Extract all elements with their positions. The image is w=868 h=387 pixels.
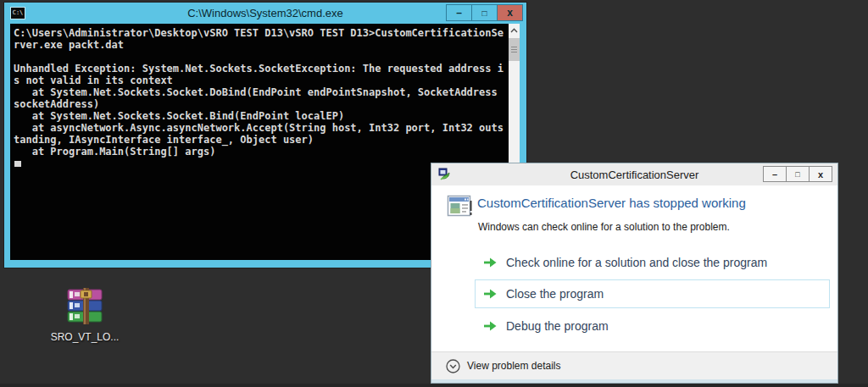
green-arrow-icon: [483, 257, 497, 268]
cmd-prompt-icon: C:\: [10, 7, 25, 19]
dialog-maximize-button[interactable]: □: [786, 166, 810, 182]
scrollbar-grip-icon: [511, 47, 517, 53]
desktop-shortcut-sro-archive[interactable]: SRO_VT_LO...: [42, 288, 127, 343]
scrollbar-thumb[interactable]: [509, 38, 520, 61]
desktop-bottom-edge: [0, 384, 868, 387]
console-output: C:\Users\Administrator\Desktop\vSRO TEST…: [14, 27, 504, 158]
green-arrow-icon: [483, 321, 497, 331]
view-problem-details-toggle[interactable]: View problem details: [431, 351, 837, 379]
maximize-icon: □: [795, 170, 799, 179]
green-arrow-icon: [483, 289, 497, 299]
cmd-minimize-button[interactable]: –: [446, 4, 472, 21]
cmd-maximize-button[interactable]: □: [471, 4, 498, 21]
dialog-content: CustomCertificationServer has stopped wo…: [431, 185, 837, 351]
cmd-window-controls: – □ x: [447, 4, 523, 21]
option-close-program[interactable]: Close the program: [483, 284, 604, 304]
dialog-window-controls: – □ x: [764, 166, 832, 182]
desktop: C:\ C:\Windows\System32\cmd.exe – □ x C:…: [0, 0, 868, 387]
application-icon: [438, 168, 452, 181]
dialog-bottom-border: [431, 379, 837, 383]
chevron-down-circle-icon: [446, 359, 460, 373]
footer-label: View problem details: [467, 360, 561, 372]
close-icon: x: [507, 7, 513, 19]
crash-message-subtext: Windows can check online for a solution …: [478, 221, 730, 233]
winrar-archive-icon: [65, 288, 104, 325]
cmd-titlebar[interactable]: C:\ C:\Windows\System32\cmd.exe – □ x: [4, 3, 526, 24]
dialog-close-button[interactable]: x: [809, 166, 832, 182]
crash-dialog: CustomCertificationServer – □ x: [431, 163, 838, 384]
minimize-icon: –: [772, 169, 777, 180]
maximize-icon: □: [481, 8, 487, 18]
cmd-close-button[interactable]: x: [497, 4, 523, 21]
option-label: Debug the program: [506, 319, 609, 333]
option-check-online[interactable]: Check online for a solution and close th…: [483, 252, 767, 273]
option-label: Close the program: [506, 287, 604, 301]
crashed-application-icon: [447, 194, 473, 218]
crash-message-header: CustomCertificationServer has stopped wo…: [477, 196, 746, 210]
shortcut-label: SRO_VT_LO...: [42, 331, 127, 343]
scrollbar-up-icon[interactable]: [509, 24, 520, 36]
dialog-minimize-button[interactable]: –: [763, 166, 787, 182]
minimize-icon: –: [456, 7, 462, 19]
dialog-titlebar[interactable]: CustomCertificationServer – □ x: [431, 163, 837, 185]
console-cursor: [14, 161, 21, 167]
option-label: Check online for a solution and close th…: [506, 256, 767, 269]
option-debug-program[interactable]: Debug the program: [483, 316, 609, 336]
close-icon: x: [818, 169, 823, 180]
